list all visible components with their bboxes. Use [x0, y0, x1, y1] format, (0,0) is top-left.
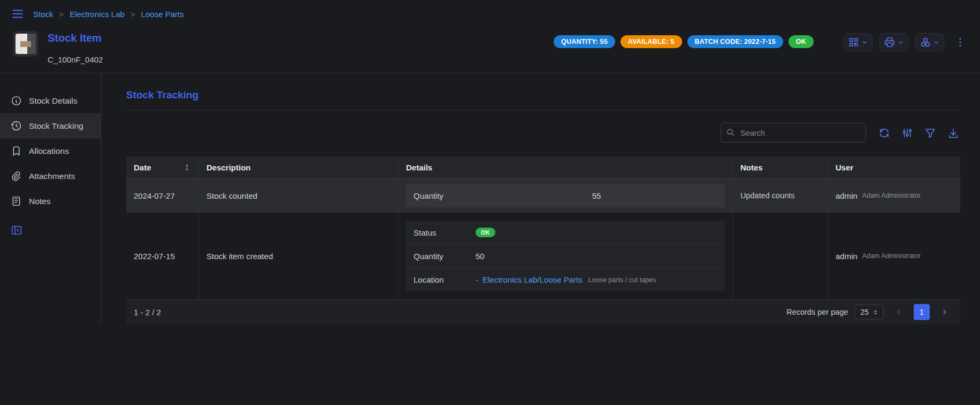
records-per-page-select[interactable]: 25	[855, 305, 884, 320]
sidebar-item-label: Stock Tracking	[29, 121, 83, 131]
kebab-menu-icon[interactable]	[953, 35, 967, 49]
row-date: 2024-07-27	[126, 179, 198, 212]
detail-row-status: Status OK	[406, 221, 725, 244]
table-footer: 1 - 2 / 2 Records per page 25 1	[126, 300, 960, 324]
row-notes	[732, 213, 828, 299]
filter-icon[interactable]	[923, 126, 937, 140]
sidebar-item-allocations[interactable]: Allocations	[0, 138, 101, 163]
sidebar-collapse-icon[interactable]	[11, 224, 22, 236]
detail-value: 50	[476, 252, 485, 261]
table-row[interactable]: 2022-07-15 Stock item created Status OK …	[126, 213, 960, 300]
header-badges: QUANTITY: 55 AVAILABLE: 5 BATCH CODE: 20…	[554, 31, 814, 48]
detail-row-quantity: Quantity 50	[406, 244, 725, 268]
chevron-down-icon	[933, 39, 940, 46]
print-actions-button[interactable]	[879, 33, 908, 51]
selector-icon	[872, 309, 878, 315]
sort-icon	[183, 163, 191, 172]
header-actions	[844, 31, 967, 51]
column-header-details: Details	[398, 157, 732, 178]
page-title: Stock Item	[48, 31, 103, 44]
search-box	[721, 123, 866, 143]
stock-actions-button[interactable]	[915, 33, 944, 51]
hamburger-menu-icon[interactable]	[11, 7, 25, 21]
chevron-down-icon	[897, 39, 904, 46]
refresh-icon[interactable]	[877, 126, 891, 140]
sidebar-item-stock-details[interactable]: Stock Details	[0, 88, 101, 113]
sidebar-item-label: Attachments	[29, 172, 75, 181]
breadcrumb-stock[interactable]: Stock	[33, 10, 53, 19]
status-badge: OK	[788, 35, 814, 48]
stock-item-name: C_100nF_0402	[48, 55, 103, 64]
detail-row-quantity: Quantity 55	[406, 184, 725, 207]
column-header-user: User	[828, 157, 960, 178]
records-per-page-value: 25	[860, 308, 869, 316]
search-input[interactable]	[721, 123, 866, 143]
table-header-row: Date Description Details Notes User	[126, 157, 960, 179]
chevron-right-icon[interactable]	[937, 304, 953, 320]
topbar: Stock > Electronics Lab > Loose Parts	[0, 0, 980, 27]
page-header: Stock Item C_100nF_0402 QUANTITY: 55 AVA…	[0, 27, 980, 73]
location-link[interactable]: Electronics Lab/Loose Parts	[483, 275, 583, 284]
qr-code-icon	[848, 36, 860, 48]
location-description: Loose parts / cut tapes	[588, 276, 656, 284]
row-details: Quantity 55	[398, 179, 732, 212]
download-icon[interactable]	[946, 126, 960, 140]
sidebar: Stock Details Stock Tracking Allocations	[0, 73, 101, 324]
breadcrumb-separator: >	[59, 10, 64, 19]
available-badge: AVAILABLE: 5	[621, 35, 682, 48]
bookmark-icon	[11, 145, 22, 157]
row-user: admin Adam Administrator	[828, 213, 960, 299]
page-1-button[interactable]: 1	[914, 304, 930, 320]
record-count: 1 - 2 / 2	[134, 308, 161, 317]
detail-box: Quantity 55	[406, 184, 725, 207]
records-per-page-label: Records per page	[786, 308, 848, 316]
detail-row-location: Location - Electronics Lab/Loose Parts L…	[406, 268, 725, 291]
sidebar-item-label: Notes	[29, 197, 51, 206]
detail-key: Location	[414, 275, 476, 284]
paperclip-icon	[11, 170, 22, 182]
row-notes: Updated counts	[732, 179, 828, 212]
batch-code-badge: BATCH CODE: 2022-7-15	[687, 35, 783, 48]
column-header-date[interactable]: Date	[126, 157, 198, 178]
stock-item-thumbnail[interactable]	[13, 31, 39, 57]
row-date: 2022-07-15	[126, 213, 198, 299]
detail-key: Quantity	[414, 252, 476, 261]
pagination: Records per page 25 1	[786, 304, 953, 320]
section-title: Stock Tracking	[126, 89, 960, 101]
column-header-description[interactable]: Description	[198, 157, 398, 178]
row-details: Status OK Quantity 50 Location - Electro…	[398, 213, 732, 299]
sidebar-item-notes[interactable]: Notes	[0, 189, 101, 214]
adjustments-icon[interactable]	[900, 126, 914, 140]
detail-key: Status	[414, 228, 476, 237]
body: Stock Details Stock Tracking Allocations	[0, 73, 980, 324]
main-content: Stock Tracking	[101, 73, 980, 324]
row-user: admin Adam Administrator	[828, 179, 960, 212]
header-left: Stock Item C_100nF_0402	[13, 31, 103, 64]
detail-dash: -	[476, 275, 478, 284]
sidebar-item-label: Stock Details	[29, 96, 77, 106]
breadcrumb: Stock > Electronics Lab > Loose Parts	[33, 10, 184, 19]
username: admin	[836, 252, 858, 261]
breadcrumb-electronics-lab[interactable]: Electronics Lab	[70, 10, 125, 19]
section-divider	[126, 110, 960, 111]
barcode-actions-button[interactable]	[844, 33, 872, 51]
username: admin	[836, 191, 858, 200]
user-full-name: Adam Administrator	[862, 252, 921, 260]
table-toolbar	[126, 123, 960, 143]
quantity-badge: QUANTITY: 55	[554, 35, 615, 48]
chevron-left-icon[interactable]	[891, 304, 907, 320]
notes-icon	[11, 196, 22, 207]
detail-key: Quantity	[414, 191, 476, 200]
table-row[interactable]: 2024-07-27 Stock counted Quantity 55 Upd…	[126, 179, 960, 213]
row-description: Stock item created	[198, 213, 398, 299]
stock-actions-icon	[920, 36, 931, 48]
sidebar-item-attachments[interactable]: Attachments	[0, 163, 101, 189]
breadcrumb-loose-parts[interactable]: Loose Parts	[141, 10, 184, 19]
column-label: Date	[134, 163, 151, 172]
chevron-down-icon	[861, 39, 868, 46]
user-full-name: Adam Administrator	[862, 192, 921, 199]
stock-tracking-table: Date Description Details Notes User 2024…	[126, 157, 960, 324]
sidebar-item-stock-tracking[interactable]: Stock Tracking	[0, 113, 101, 138]
search-icon	[726, 128, 736, 137]
title-block: Stock Item C_100nF_0402	[48, 31, 103, 64]
